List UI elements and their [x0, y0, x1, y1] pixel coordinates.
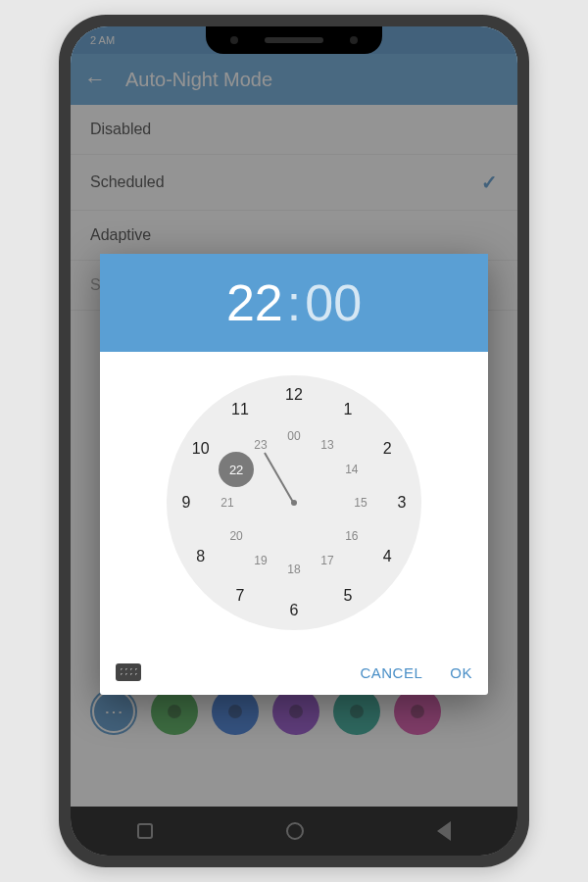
clock-hour-4[interactable]: 4: [373, 543, 401, 570]
clock-hour-3[interactable]: 3: [388, 489, 416, 516]
cancel-button[interactable]: CANCEL: [360, 664, 422, 681]
clock-hand: [264, 453, 295, 505]
clock-hour-23[interactable]: 23: [247, 431, 274, 459]
clock-hour-12[interactable]: 12: [280, 381, 308, 409]
ok-button[interactable]: OK: [450, 664, 472, 681]
clock-hour-6[interactable]: 6: [280, 597, 308, 624]
clock-hour-14[interactable]: 14: [338, 456, 366, 483]
clock-hour-11[interactable]: 11: [226, 396, 254, 423]
time-hour[interactable]: 22: [226, 273, 283, 332]
clock-hour-8[interactable]: 8: [187, 543, 215, 570]
phone-frame: 2 AM ← Auto-Night Mode Disabled Schedule…: [59, 15, 529, 867]
clock-hour-20[interactable]: 20: [222, 522, 250, 550]
clock-center: [291, 500, 297, 506]
clock-hour-7[interactable]: 7: [226, 582, 254, 610]
clock-hour-16[interactable]: 16: [338, 522, 366, 550]
clock-hour-19[interactable]: 19: [247, 547, 274, 574]
clock-hour-13[interactable]: 13: [314, 431, 341, 459]
clock-hour-21[interactable]: 21: [214, 489, 241, 516]
clock-hour-18[interactable]: 18: [280, 556, 308, 583]
clock-face[interactable]: 121234567891011001314151617181920212223: [167, 375, 421, 630]
time-display: 22 : 00: [100, 254, 488, 352]
clock-hour-9[interactable]: 9: [172, 489, 200, 516]
clock-hour-17[interactable]: 17: [314, 547, 341, 574]
time-colon: :: [287, 273, 301, 332]
clock-hour-1[interactable]: 1: [334, 396, 362, 423]
clock-hour-2[interactable]: 2: [373, 435, 401, 463]
clock-hour-5[interactable]: 5: [334, 582, 362, 610]
keyboard-icon[interactable]: [116, 663, 141, 681]
clock-hour-00[interactable]: 00: [280, 422, 308, 450]
time-picker-dialog: 22 : 00 12123456789101100131415161718192…: [100, 254, 488, 695]
clock-hour-10[interactable]: 10: [187, 435, 215, 463]
phone-notch: [206, 26, 382, 54]
time-minute[interactable]: 00: [305, 273, 362, 332]
clock-hour-15[interactable]: 15: [347, 489, 374, 516]
